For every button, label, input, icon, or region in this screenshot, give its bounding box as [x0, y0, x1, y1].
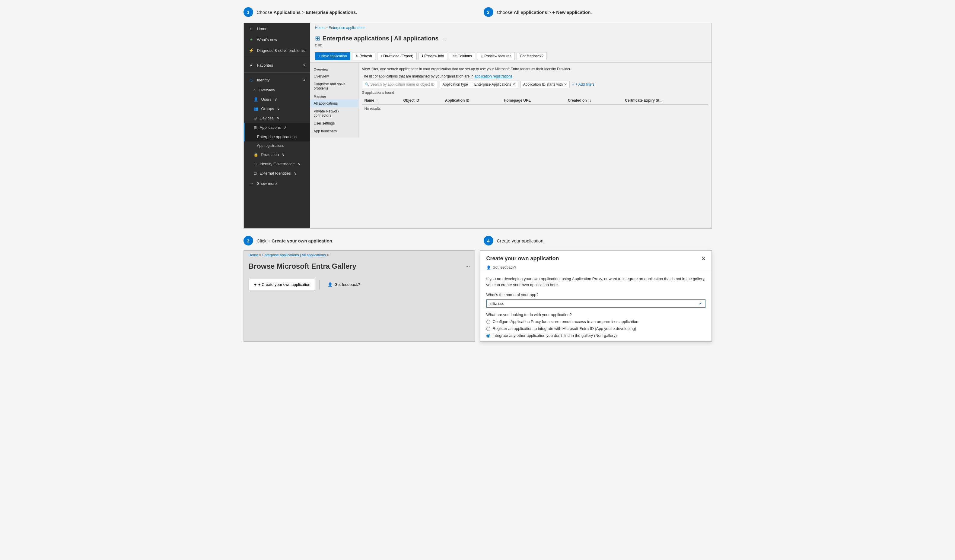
- sidebar-divider2: [244, 72, 310, 73]
- sidebar-identity[interactable]: ◇ Identity ∧: [244, 75, 310, 85]
- sidebar-app-registrations-sub[interactable]: App registrations: [244, 142, 310, 150]
- more-icon: ···: [249, 181, 254, 186]
- new-application-btn[interactable]: + New application: [315, 52, 350, 60]
- filter2-close[interactable]: ✕: [564, 82, 567, 87]
- gallery-breadcrumb: Home > Enterprise applications | All app…: [244, 251, 475, 260]
- sidebar-groups[interactable]: 👥 Groups ∨: [244, 104, 310, 113]
- ea-nav-private-network[interactable]: Private Network connectors: [310, 108, 358, 119]
- gallery-breadcrumb-home[interactable]: Home: [249, 253, 258, 257]
- step3-circle: 3: [244, 236, 253, 245]
- gallery-dots[interactable]: ···: [465, 263, 470, 270]
- col-object-id[interactable]: Object ID: [401, 97, 443, 105]
- ea-filter-row: 🔍 Search by application name or object I…: [362, 81, 708, 88]
- columns-btn[interactable]: ≡≡ Columns: [449, 52, 475, 60]
- sidebar-whats-new[interactable]: ✦ What's new: [244, 34, 310, 45]
- ea-nav-overview[interactable]: Overview: [310, 72, 358, 80]
- external-icon: ⊡: [254, 171, 257, 176]
- ea-title: Enterprise applications | All applicatio…: [323, 35, 439, 42]
- ea-search-box[interactable]: 🔍 Search by application name or object I…: [362, 81, 438, 88]
- groups-chevron: ∨: [277, 106, 280, 111]
- step4-header: 4 Create your application.: [471, 236, 712, 245]
- ea-toolbar: + New application ↻ Refresh ↓ Download (…: [310, 50, 711, 63]
- sidebar-show-more[interactable]: ··· Show more: [244, 178, 310, 189]
- ea-nav-app-launchers[interactable]: App launchers: [310, 127, 358, 135]
- ea-desc1: View, filter, and search applications in…: [362, 66, 708, 72]
- plus-icon: +: [254, 282, 257, 287]
- sidebar-enterprise-apps[interactable]: Enterprise applications: [244, 132, 310, 142]
- step3-text: Click + Create your own application.: [257, 238, 334, 243]
- step2-header: 2 Choose All applications > + New applic…: [471, 7, 712, 17]
- create-own-app-btn[interactable]: + + Create your own application: [249, 279, 316, 290]
- preview-features-btn[interactable]: ⊞ Preview features: [477, 52, 515, 60]
- radio-option-2-input[interactable]: [486, 327, 490, 331]
- ea-org: zilliz: [310, 43, 711, 50]
- sidebar-users[interactable]: 👤 Users ∨: [244, 95, 310, 104]
- external-chevron: ∨: [294, 171, 297, 176]
- sidebar-diagnose[interactable]: ⚡ Diagnose & solve problems: [244, 45, 310, 56]
- gallery-breadcrumb-ea[interactable]: Enterprise applications | All applicatio…: [262, 253, 326, 257]
- home-icon: ⌂: [249, 26, 254, 31]
- filter1-close[interactable]: ✕: [512, 82, 515, 87]
- add-filter-icon: +: [572, 82, 574, 87]
- create-title: Create your own application: [486, 256, 559, 262]
- favorites-chevron: ∨: [303, 63, 305, 67]
- sidebar-divider1: [244, 58, 310, 58]
- sidebar-identity-governance[interactable]: ⊙ Identity Governance ∨: [244, 159, 310, 168]
- col-name[interactable]: Name ↑↓: [362, 97, 401, 105]
- no-results-row: No results: [362, 105, 708, 113]
- identity-icon: ◇: [249, 78, 254, 82]
- create-input-container: ✓: [481, 298, 711, 310]
- governance-chevron: ∨: [298, 162, 301, 166]
- ea-content-area: Home > Enterprise applications ⊞ Enterpr…: [310, 23, 711, 228]
- ea-main-content: View, filter, and search applications in…: [359, 63, 711, 137]
- step4-text: Create your application.: [497, 238, 545, 243]
- filter-chip-1: Application type == Enterprise Applicati…: [440, 81, 518, 88]
- step4-circle: 4: [484, 236, 493, 245]
- radio-option-1-input[interactable]: [486, 320, 490, 324]
- col-cert-expiry[interactable]: Certificate Expiry St...: [623, 97, 708, 105]
- sidebar-protection[interactable]: 🔒 Protection ∨: [244, 150, 310, 159]
- col-created-on[interactable]: Created on ↑↓: [565, 97, 623, 105]
- protection-chevron: ∨: [282, 152, 285, 157]
- gallery-title: Browse Microsoft Entra Gallery: [249, 262, 356, 270]
- gallery-divider: [319, 280, 320, 290]
- ea-nav-user-settings[interactable]: User settings: [310, 119, 358, 127]
- governance-icon: ⊙: [254, 162, 257, 166]
- sidebar-applications[interactable]: ⊞ Applications ∧: [244, 123, 310, 132]
- step2-circle: 2: [484, 7, 493, 17]
- applications-icon: ⊞: [254, 125, 257, 129]
- download-btn[interactable]: ↓ Download (Export): [377, 52, 417, 60]
- ea-nav-all-apps[interactable]: All applications: [310, 100, 358, 108]
- ea-nav-diagnose[interactable]: Diagnose and solve problems: [310, 80, 358, 92]
- col-homepage-url[interactable]: Homepage URL: [501, 97, 565, 105]
- create-app-panel: Create your own application ✕ 👤 Got feed…: [480, 250, 712, 342]
- protection-icon: 🔒: [254, 152, 258, 157]
- identity-chevron: ∧: [303, 78, 305, 82]
- add-filter-btn[interactable]: + + Add filters: [572, 82, 595, 87]
- radio-option-3-input[interactable]: [486, 334, 490, 338]
- preview-info-btn[interactable]: ℹ Preview info: [418, 52, 448, 60]
- sidebar: ⌂ Home ✦ What's new ⚡ Diagnose & solve p…: [244, 23, 310, 228]
- app-name-input[interactable]: [490, 301, 699, 306]
- devices-chevron: ∨: [277, 116, 280, 120]
- breadcrumb-home[interactable]: Home: [315, 26, 325, 30]
- ea-ellipsis[interactable]: ···: [443, 36, 446, 41]
- sidebar-home[interactable]: ⌂ Home: [244, 23, 310, 34]
- sidebar-favorites[interactable]: ★ Favorites ∨: [244, 60, 310, 70]
- manage-section-label: Manage: [310, 92, 358, 100]
- got-feedback-btn[interactable]: Got feedback?: [517, 52, 547, 60]
- app-reg-link[interactable]: application registrations: [474, 74, 512, 78]
- sidebar-devices[interactable]: ⊞ Devices ∨: [244, 113, 310, 123]
- input-checkmark: ✓: [699, 301, 702, 306]
- overview-icon: ○: [254, 88, 256, 92]
- breadcrumb-ea[interactable]: Enterprise applications: [329, 26, 365, 30]
- sidebar-overview[interactable]: ○ Overview: [244, 85, 310, 95]
- col-application-id[interactable]: Application ID: [443, 97, 501, 105]
- users-chevron: ∨: [274, 97, 277, 101]
- create-close-btn[interactable]: ✕: [701, 256, 706, 262]
- create-feedback-bar: 👤 Got feedback?: [481, 264, 711, 272]
- feedback-icon: 👤: [328, 282, 332, 287]
- refresh-btn[interactable]: ↻ Refresh: [352, 52, 375, 60]
- gallery-feedback-btn[interactable]: 👤 Got feedback?: [324, 279, 364, 290]
- sidebar-external-identities[interactable]: ⊡ External Identities ∨: [244, 168, 310, 178]
